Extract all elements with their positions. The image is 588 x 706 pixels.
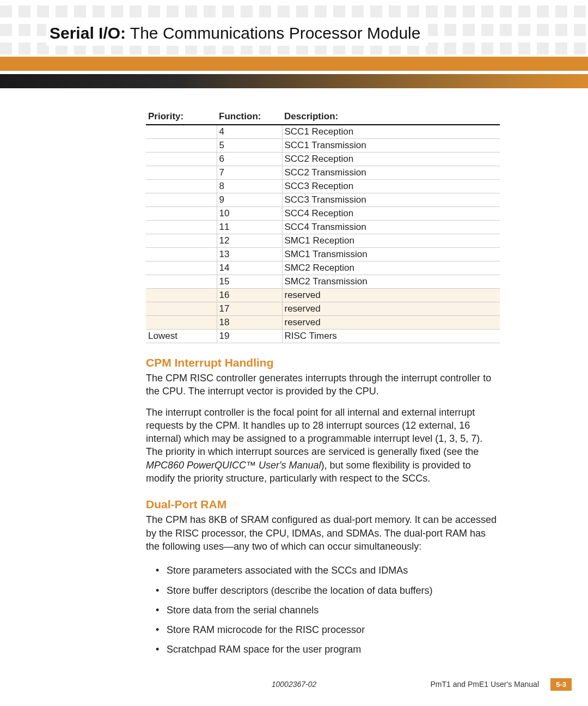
table-row: 4SCC1 Reception [146,125,500,139]
uses-list: Store parameters associated with the SCC… [146,561,500,659]
cell-function: 6 [217,153,282,166]
cell-function: 16 [217,289,282,302]
list-item: Store data from the serial channels [158,600,500,620]
cell-function: 14 [217,261,282,275]
main-content: Priority: Function: Description: 4SCC1 R… [146,109,500,660]
cell-priority [146,316,217,330]
table-row: 18reserved [146,316,500,330]
header-orange-bar [0,57,588,71]
table-row: 10SCC4 Reception [146,207,500,221]
para-s1-p2: The interrupt controller is the focal po… [146,406,500,485]
heading-dual-port-ram: Dual-Port RAM [146,498,500,511]
table-row: Lowest19RISC Timers [146,330,500,343]
cell-function: 5 [217,139,282,153]
cell-description: SMC2 Reception [282,261,500,275]
cell-priority [146,289,217,302]
cell-description: SCC3 Transmission [282,193,500,207]
cell-function: 4 [217,125,282,139]
page-title-bold: Serial I/O: [50,24,126,42]
footer-manual-name: PmT1 and PmE1 User's Manual [430,680,539,689]
cell-description: SCC3 Reception [282,180,500,193]
cell-priority [146,166,217,180]
cell-function: 13 [217,248,282,261]
cell-function: 10 [217,207,282,221]
cell-description: SCC4 Reception [282,207,500,221]
cell-priority [146,180,217,193]
page-title-rest: The Communications Processor Module [130,24,421,42]
cell-description: SCC4 Transmission [282,221,500,234]
cell-function: 7 [217,166,282,180]
cell-function: 12 [217,234,282,248]
para-s1-p2a: The interrupt controller is the focal po… [146,407,482,458]
cell-priority [146,153,217,166]
cell-function: 18 [217,316,282,330]
table-row: 12SMC1 Reception [146,234,500,248]
cell-priority: Lowest [146,330,217,343]
cell-description: reserved [282,289,500,302]
table-row: 5SCC1 Transmission [146,139,500,153]
cell-priority [146,193,217,207]
table-row: 13SMC1 Transmission [146,248,500,261]
table-row: 14SMC2 Reception [146,261,500,275]
list-item: Scratchpad RAM space for the user progra… [158,640,500,659]
table-row: 8SCC3 Reception [146,180,500,193]
para-s1-p1: The CPM RISC controller generates interr… [146,372,500,398]
cell-function: 8 [217,180,282,193]
cell-description: RISC Timers [282,330,500,343]
cell-description: SMC1 Transmission [282,248,500,261]
cell-function: 15 [217,275,282,289]
cell-priority [146,261,217,275]
cell-function: 19 [217,330,282,343]
table-row: 16reserved [146,289,500,302]
header-dark-bar [0,74,588,88]
list-item: Store buffer descriptors (describe the l… [158,581,500,600]
table-row: 15SMC2 Transmission [146,275,500,289]
list-item: Store parameters associated with the SCC… [158,561,500,580]
page-footer: 10002367-02 PmT1 and PmE1 User's Manual … [0,680,588,693]
footer-page-number: 5-3 [550,678,572,691]
cell-priority [146,234,217,248]
cell-priority [146,302,217,316]
table-row: 9SCC3 Transmission [146,193,500,207]
page-title-container: Serial I/O: The Communications Processor… [46,21,428,46]
cell-description: SCC2 Transmission [282,166,500,180]
cell-priority [146,125,217,139]
cell-function: 17 [217,302,282,316]
cell-description: SCC2 Reception [282,153,500,166]
table-row: 11SCC4 Transmission [146,221,500,234]
cell-description: SMC2 Transmission [282,275,500,289]
cell-description: reserved [282,316,500,330]
footer-doc-id: 10002367-02 [272,680,317,689]
priority-table: Priority: Function: Description: 4SCC1 R… [146,109,500,343]
cell-function: 9 [217,193,282,207]
th-function: Function: [217,109,282,125]
para-s1-p2-ital: MPC860 PowerQUICC™ User's Manual [146,460,321,471]
th-description: Description: [282,109,500,125]
th-priority: Priority: [146,109,217,125]
table-row: 6SCC2 Reception [146,153,500,166]
cell-priority [146,248,217,261]
cell-function: 11 [217,221,282,234]
para-s2-p1: The CPM has 8KB of SRAM configured as du… [146,513,500,553]
cell-priority [146,207,217,221]
table-row: 7SCC2 Transmission [146,166,500,180]
list-item: Store RAM microcode for the RISC process… [158,620,500,640]
cell-description: SCC1 Reception [282,125,500,139]
cell-priority [146,221,217,234]
cell-priority [146,139,217,153]
page-title: Serial I/O: The Communications Processor… [50,24,420,42]
cell-description: SCC1 Transmission [282,139,500,153]
cell-priority [146,275,217,289]
priority-table-body: 4SCC1 Reception5SCC1 Transmission6SCC2 R… [146,125,500,343]
heading-cpm-interrupt: CPM Interrupt Handling [146,356,500,369]
table-row: 17reserved [146,302,500,316]
cell-description: SMC1 Reception [282,234,500,248]
cell-description: reserved [282,302,500,316]
